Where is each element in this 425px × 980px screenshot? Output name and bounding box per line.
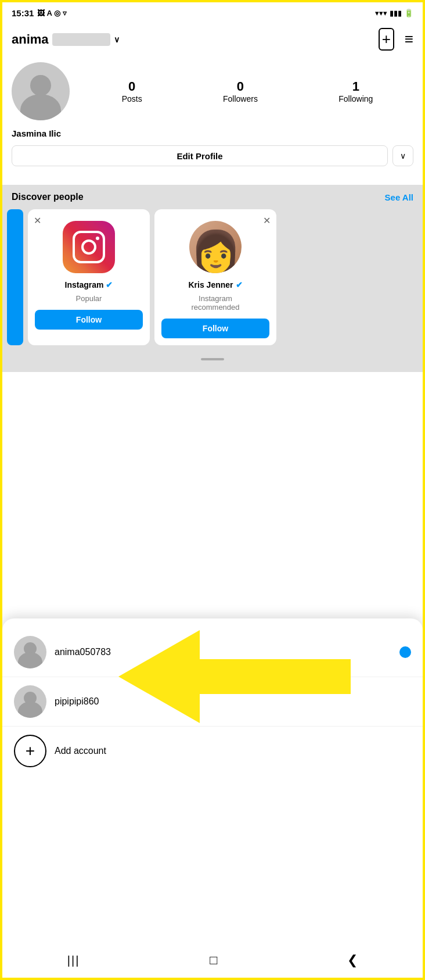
- account-avatar-1: [14, 636, 46, 668]
- menu-icon[interactable]: ≡: [405, 30, 413, 48]
- kris-verified-badge: ✔: [236, 280, 243, 289]
- app-header: anima ∨ + ≡: [2, 23, 423, 58]
- discover-section: Discover people See All ✕ Instagram ✔ Po…: [2, 185, 423, 372]
- header-username-text: anima: [12, 32, 49, 47]
- username-blurred: [52, 33, 110, 46]
- account-switcher-panel: anima050783 pipipipi860 + Add account: [2, 618, 423, 978]
- followers-label: Followers: [223, 94, 258, 103]
- partial-card: [7, 209, 23, 345]
- posts-stat[interactable]: 0 Posts: [122, 79, 142, 103]
- avatar: [12, 62, 70, 120]
- following-label: Following: [338, 94, 373, 103]
- discover-card-instagram: ✕ Instagram ✔ Popular Follow: [28, 209, 150, 345]
- plus-icon: +: [26, 743, 35, 759]
- instagram-card-sub: Popular: [76, 294, 102, 303]
- status-bar: 15:31 🖼 A ◎ ▿ ▾▾▾ ▮▮▮ 🔋: [2, 2, 423, 23]
- add-account-label: Add account: [55, 746, 106, 756]
- chevron-down-icon: ∨: [114, 35, 120, 44]
- profile-info-row: 0 Posts 0 Followers 1 Following: [12, 62, 413, 120]
- account-username-1: anima050783: [55, 647, 391, 657]
- profile-section: 0 Posts 0 Followers 1 Following Jasmina …: [2, 58, 423, 185]
- instagram-logo-circle: [81, 239, 96, 255]
- close-instagram-card-button[interactable]: ✕: [34, 215, 41, 226]
- see-all-link[interactable]: See All: [385, 192, 413, 202]
- account-avatar-2: [14, 685, 46, 718]
- discover-card-kris-jenner: ✕ 👩 Kris Jenner ✔ Instagramrecommended F…: [154, 209, 276, 345]
- nav-home-button[interactable]: □: [210, 953, 217, 968]
- status-time: 15:31 🖼 A ◎ ▿: [12, 8, 67, 18]
- profile-name: Jasmina Ilic: [12, 128, 413, 138]
- header-actions: + ≡: [379, 28, 413, 51]
- instagram-logo-dot: [96, 237, 99, 240]
- posts-label: Posts: [122, 94, 142, 103]
- followers-count: 0: [223, 79, 258, 94]
- edit-profile-button[interactable]: Edit Profile: [12, 145, 388, 166]
- close-kris-card-button[interactable]: ✕: [263, 215, 271, 226]
- following-stat[interactable]: 1 Following: [338, 79, 373, 103]
- username-dropdown[interactable]: anima ∨: [12, 32, 120, 47]
- scroll-indicator: [2, 352, 423, 363]
- instagram-logo: [63, 221, 115, 273]
- posts-count: 0: [122, 79, 142, 94]
- add-account-circle: +: [14, 735, 46, 767]
- discover-cards: ✕ Instagram ✔ Popular Follow ✕ 👩 Kris Je…: [2, 209, 423, 345]
- instagram-verified-badge: ✔: [106, 280, 113, 289]
- nav-menu-button[interactable]: |||: [67, 954, 80, 967]
- instagram-card-name: Instagram ✔: [65, 280, 113, 289]
- new-post-icon[interactable]: +: [379, 28, 394, 51]
- discover-header: Discover people See All: [2, 192, 423, 202]
- follow-kris-button[interactable]: Follow: [161, 319, 269, 338]
- account-username-2: pipipipi860: [55, 696, 411, 707]
- wifi-icon: ▾▾▾: [375, 9, 387, 17]
- instagram-name-text: Instagram: [65, 280, 104, 289]
- instagram-logo-inner: [73, 231, 105, 263]
- status-icons: 🖼 A ◎ ▿: [37, 9, 66, 17]
- nav-back-button[interactable]: ❮: [347, 953, 358, 968]
- profile-dropdown-button[interactable]: ∨: [392, 145, 413, 166]
- bottom-nav: ||| □ ❮: [2, 943, 423, 978]
- followers-stat[interactable]: 0 Followers: [223, 79, 258, 103]
- kris-card-name: Kris Jenner ✔: [188, 280, 242, 289]
- signal-icon: ▮▮▮: [390, 9, 402, 17]
- follow-instagram-button[interactable]: Follow: [35, 310, 143, 330]
- following-count: 1: [338, 79, 373, 94]
- account-item-anima050783[interactable]: anima050783: [2, 628, 423, 677]
- status-right-icons: ▾▾▾ ▮▮▮ 🔋: [375, 9, 413, 17]
- kris-name-text: Kris Jenner: [188, 280, 233, 289]
- action-row: Edit Profile ∨: [12, 145, 413, 166]
- kris-card-sub: Instagramrecommended: [191, 294, 239, 312]
- stats-row: 0 Posts 0 Followers 1 Following: [81, 79, 413, 103]
- battery-icon: 🔋: [404, 9, 413, 17]
- kris-jenner-avatar: 👩: [189, 221, 242, 273]
- active-account-indicator: [399, 646, 411, 658]
- account-item-pipipipi860[interactable]: pipipipi860: [2, 677, 423, 727]
- chevron-down-icon: ∨: [400, 151, 406, 160]
- discover-title: Discover people: [12, 192, 84, 202]
- account-list: anima050783 pipipipi860 + Add account: [2, 618, 423, 785]
- add-account-item[interactable]: + Add account: [2, 727, 423, 775]
